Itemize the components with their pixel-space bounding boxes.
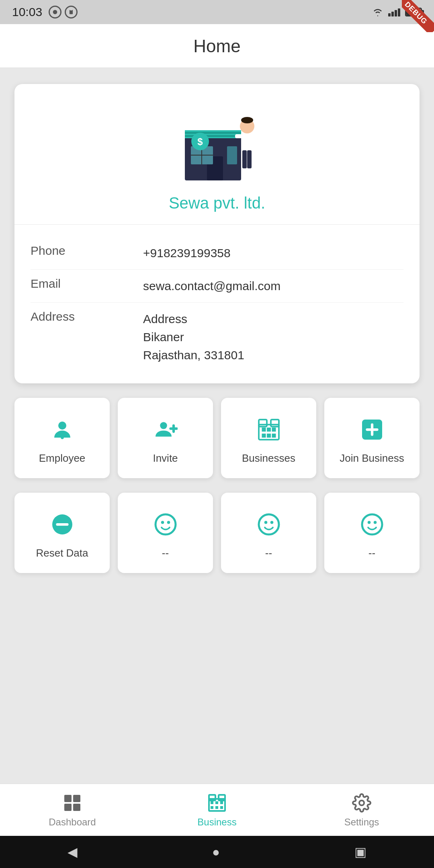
svg-rect-33 xyxy=(267,434,271,438)
address-label: Address xyxy=(31,310,143,323)
face-icon-3 xyxy=(358,510,387,539)
svg-rect-34 xyxy=(272,434,276,438)
debug-ribbon: DEBUG xyxy=(402,0,434,32)
app-header: Home xyxy=(0,24,434,68)
wifi-icon xyxy=(372,8,383,16)
svg-rect-31 xyxy=(272,428,276,432)
svg-rect-52 xyxy=(73,804,80,811)
business-card-top: $ Sewa pvt. ltd. xyxy=(14,84,420,225)
grid-row-1: Employee Invite xyxy=(14,398,420,478)
svg-rect-60 xyxy=(215,806,218,809)
home-button[interactable]: ● xyxy=(212,845,220,860)
recents-button[interactable]: ▣ xyxy=(354,844,366,860)
svg-text:$: $ xyxy=(197,136,203,147)
address-row: Address Address Bikaner Rajasthan, 33180… xyxy=(31,303,403,371)
phone-label: Phone xyxy=(31,244,143,258)
svg-point-44 xyxy=(264,521,267,524)
svg-point-62 xyxy=(359,800,364,805)
business-name: Sewa pvt. ltd. xyxy=(169,194,265,212)
svg-rect-18 xyxy=(235,134,242,138)
svg-point-0 xyxy=(53,10,57,14)
phone-row: Phone +918239199358 xyxy=(31,237,403,270)
status-icons xyxy=(49,6,78,18)
svg-rect-59 xyxy=(211,806,213,809)
svg-point-46 xyxy=(362,514,382,534)
svg-rect-61 xyxy=(220,806,223,809)
status-bar: 10:03 DEBUG xyxy=(0,0,434,24)
placeholder-3-label: -- xyxy=(368,547,375,559)
grid-row-2: Reset Data -- xyxy=(14,493,420,573)
email-value: sewa.contact@gmail.com xyxy=(143,277,280,295)
business-card: $ Sewa pvt. ltd. Pho xyxy=(14,84,420,383)
placeholder-1-button[interactable]: -- xyxy=(118,493,213,573)
svg-rect-28 xyxy=(271,420,279,427)
svg-point-41 xyxy=(161,521,164,524)
svg-rect-56 xyxy=(211,801,213,804)
employee-button[interactable]: Employee xyxy=(14,398,110,478)
placeholder-3-button[interactable]: -- xyxy=(324,493,420,573)
nav-business[interactable]: Business xyxy=(145,784,289,836)
notification-icon xyxy=(49,6,61,18)
business-illustration: $ xyxy=(169,100,265,184)
svg-point-47 xyxy=(367,521,371,524)
svg-rect-50 xyxy=(73,795,80,802)
businesses-button[interactable]: Businesses xyxy=(221,398,316,478)
settings-nav-label: Settings xyxy=(344,817,379,828)
svg-point-23 xyxy=(160,422,167,429)
invite-button[interactable]: Invite xyxy=(118,398,213,478)
clipboard-icon xyxy=(65,6,78,18)
svg-point-48 xyxy=(373,521,377,524)
reset-data-button[interactable]: Reset Data xyxy=(14,493,110,573)
svg-rect-30 xyxy=(267,428,271,432)
business-nav-icon xyxy=(207,792,227,813)
remove-circle-icon xyxy=(48,510,77,539)
svg-point-40 xyxy=(156,514,176,534)
signal-icon xyxy=(388,8,400,16)
email-label: Email xyxy=(31,277,143,291)
svg-point-22 xyxy=(61,436,64,439)
businesses-label: Businesses xyxy=(242,452,295,465)
settings-icon xyxy=(351,792,372,813)
svg-point-20 xyxy=(241,117,253,123)
status-time: 10:03 xyxy=(12,5,42,19)
svg-rect-58 xyxy=(220,801,223,804)
person-add-icon xyxy=(151,415,180,444)
svg-rect-2 xyxy=(70,10,72,10)
employee-label: Employee xyxy=(39,452,86,465)
android-nav: ◀ ● ▣ xyxy=(0,836,434,868)
svg-rect-11 xyxy=(227,146,237,164)
face-icon-2 xyxy=(254,510,283,539)
invite-label: Invite xyxy=(153,452,178,465)
placeholder-2-button[interactable]: -- xyxy=(221,493,316,573)
placeholder-2-label: -- xyxy=(265,547,272,559)
phone-value: +918239199358 xyxy=(143,244,231,262)
email-row: Email sewa.contact@gmail.com xyxy=(31,270,403,303)
status-bar-left: 10:03 xyxy=(12,5,78,19)
main-content: $ Sewa pvt. ltd. Pho xyxy=(0,68,434,589)
bottom-nav: Dashboard Business Settin xyxy=(0,784,434,836)
reset-data-label: Reset Data xyxy=(36,547,88,559)
svg-point-43 xyxy=(259,514,279,534)
svg-rect-19 xyxy=(252,134,259,138)
svg-rect-5 xyxy=(185,132,241,134)
placeholder-1-label: -- xyxy=(162,547,169,559)
svg-rect-32 xyxy=(262,434,266,438)
svg-rect-29 xyxy=(262,428,266,432)
svg-rect-51 xyxy=(64,804,72,811)
nav-dashboard[interactable]: Dashboard xyxy=(0,784,145,836)
person-icon xyxy=(48,415,77,444)
svg-point-42 xyxy=(167,521,170,524)
business-icon xyxy=(254,415,283,444)
dashboard-nav-label: Dashboard xyxy=(49,817,96,828)
address-value: Address Bikaner Rajasthan, 331801 xyxy=(143,310,244,364)
svg-rect-1 xyxy=(70,10,73,14)
join-business-button[interactable]: Join Business xyxy=(324,398,420,478)
back-button[interactable]: ◀ xyxy=(68,844,78,860)
page-title: Home xyxy=(0,36,434,56)
svg-rect-57 xyxy=(215,801,218,804)
svg-point-45 xyxy=(270,521,273,524)
nav-settings[interactable]: Settings xyxy=(289,784,434,836)
face-icon-1 xyxy=(151,510,180,539)
business-nav-label: Business xyxy=(197,817,236,828)
svg-rect-49 xyxy=(64,795,72,802)
